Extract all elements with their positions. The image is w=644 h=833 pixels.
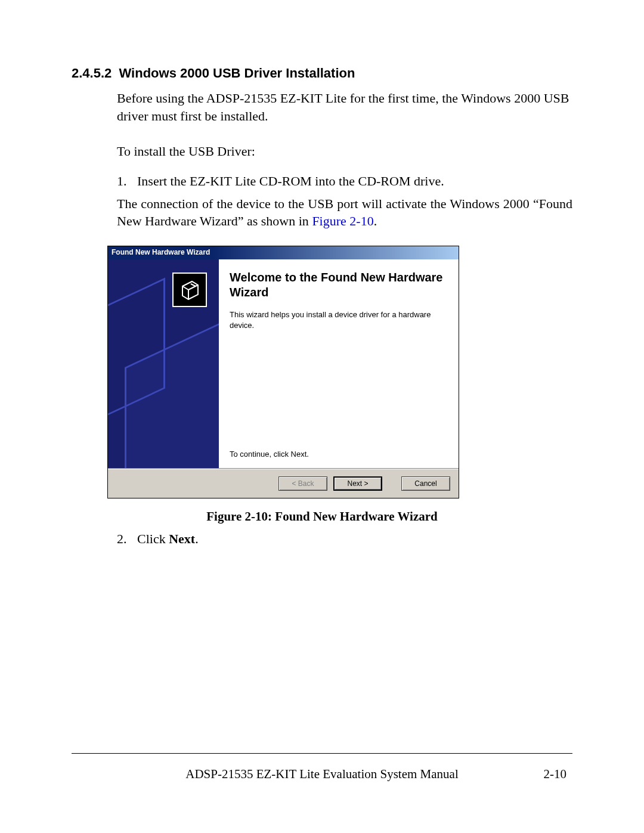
page-footer: ADSP-21535 EZ-KIT Lite Evaluation System…	[72, 753, 572, 782]
step-1: 1. Insert the EZ-KIT Lite CD-ROM into th…	[72, 172, 572, 190]
document-page: 2.4.5.2 Windows 2000 USB Driver Installa…	[0, 0, 644, 833]
hardware-icon	[172, 272, 207, 307]
step-number: 1.	[117, 172, 137, 190]
wizard-button-row: < Back Next > Cancel	[108, 469, 459, 498]
wizard-figure: Found New Hardware Wizard	[107, 246, 459, 498]
connection-post: .	[374, 213, 377, 228]
connection-paragraph: The connection of the device to the USB …	[72, 195, 572, 230]
footer-rule	[72, 753, 572, 754]
step-number: 2.	[117, 530, 137, 548]
wizard-continue-text: To continue, click Next.	[230, 450, 445, 460]
wizard-sidebar	[108, 259, 219, 468]
back-button: < Back	[278, 476, 327, 491]
footer-row: ADSP-21535 EZ-KIT Lite Evaluation System…	[72, 767, 572, 782]
step-text: Insert the EZ-KIT Lite CD-ROM into the C…	[137, 172, 572, 190]
step2-bold: Next	[169, 531, 195, 546]
lead-paragraph: To install the USB Driver:	[72, 143, 572, 160]
section-heading: 2.4.5.2 Windows 2000 USB Driver Installa…	[72, 66, 572, 81]
footer-title: ADSP-21535 EZ-KIT Lite Evaluation System…	[119, 767, 525, 782]
section-number: 2.4.5.2	[72, 66, 112, 80]
next-button[interactable]: Next >	[333, 476, 382, 491]
intro-paragraph: Before using the ADSP-21535 EZ-KIT Lite …	[72, 89, 572, 125]
step-2: 2. Click Next.	[72, 530, 572, 548]
footer-page-number: 2-10	[525, 767, 566, 782]
svg-line-2	[188, 285, 198, 290]
wizard-dialog: Found New Hardware Wizard	[107, 246, 459, 498]
wizard-description: This wizard helps you install a device d…	[230, 309, 445, 330]
wizard-heading: Welcome to the Found New Hardware Wizard	[230, 270, 445, 300]
svg-line-4	[191, 284, 196, 286]
wizard-titlebar: Found New Hardware Wizard	[108, 246, 459, 259]
cancel-button[interactable]: Cancel	[401, 476, 450, 491]
wizard-main: Welcome to the Found New Hardware Wizard…	[219, 259, 459, 468]
svg-line-1	[182, 286, 188, 290]
step2-post: .	[195, 531, 199, 546]
wizard-body: Welcome to the Found New Hardware Wizard…	[108, 259, 459, 469]
step2-pre: Click	[137, 531, 169, 546]
step-text: Click Next.	[137, 530, 572, 548]
figure-link[interactable]: Figure 2-10	[312, 213, 373, 228]
section-title: Windows 2000 USB Driver Installation	[119, 66, 355, 80]
figure-caption: Figure 2-10: Found New Hardware Wizard	[72, 509, 572, 524]
svg-marker-0	[182, 281, 198, 299]
